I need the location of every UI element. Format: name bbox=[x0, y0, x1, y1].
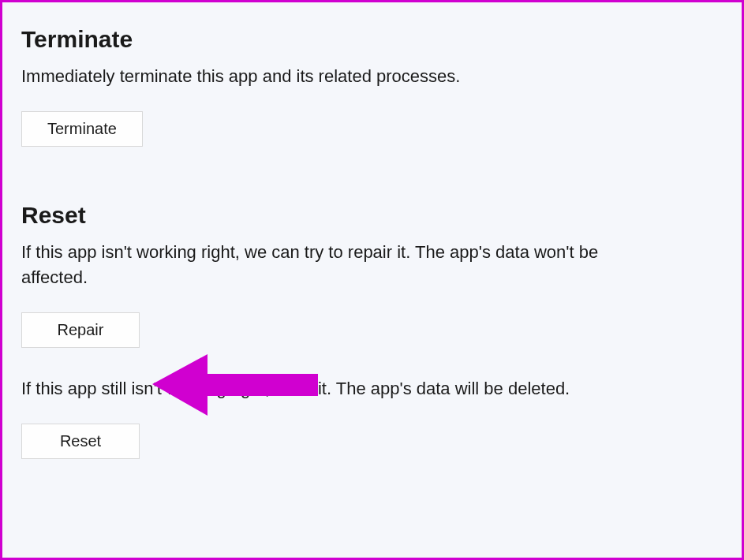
terminate-title: Terminate bbox=[21, 26, 723, 53]
repair-description: If this app isn't working right, we can … bbox=[21, 240, 613, 290]
terminate-description: Immediately terminate this app and its r… bbox=[21, 64, 613, 89]
reset-title: Reset bbox=[21, 202, 723, 229]
terminate-section: Terminate Immediately terminate this app… bbox=[21, 26, 723, 147]
repair-button[interactable]: Repair bbox=[21, 312, 140, 348]
reset-section: Reset If this app isn't working right, w… bbox=[21, 202, 723, 459]
reset-description: If this app still isn't working right, r… bbox=[21, 376, 652, 401]
reset-button[interactable]: Reset bbox=[21, 424, 140, 459]
terminate-button[interactable]: Terminate bbox=[21, 111, 143, 147]
